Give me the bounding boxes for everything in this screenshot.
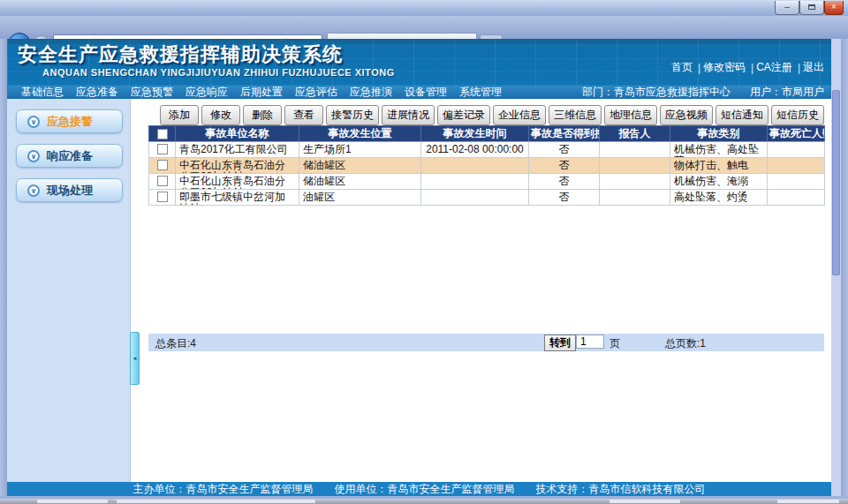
alarm-history-button[interactable]: 接警历史	[326, 105, 379, 125]
page: 安全生产应急救援指挥辅助决策系统 ANQUAN SHENGCHAN YINGJI…	[7, 39, 831, 496]
collapse-left-icon: ◄	[132, 356, 138, 361]
link-change-password[interactable]: 修改密码	[703, 60, 746, 75]
menu-item-emergency-assessment[interactable]: 应急评估	[295, 85, 337, 100]
link-separator: |	[751, 62, 753, 74]
minimize-icon: –	[784, 2, 790, 11]
taskbar-sliver	[0, 499, 848, 504]
user-label: 用户：市局用户	[750, 85, 824, 100]
screen: – × ← → e http://localhost:90/yjzh/frame…	[0, 0, 848, 504]
sidebar-collapse-handle[interactable]: ◄	[130, 332, 140, 385]
chevron-down-icon: ∨	[27, 116, 40, 128]
scrollbar-thumb[interactable]	[832, 90, 840, 275]
col-category: 事故类别	[670, 126, 768, 142]
progress-button[interactable]: 进展情况	[382, 105, 435, 125]
maximize-icon	[808, 4, 815, 10]
sidebar-item-label: 应急接警	[47, 114, 93, 130]
link-ca-register[interactable]: CA注册	[756, 60, 792, 75]
taskbar-segment	[777, 500, 839, 503]
sms-notify-button[interactable]: 短信通知	[716, 105, 768, 125]
link-home[interactable]: 首页	[671, 60, 693, 75]
add-button[interactable]: 添加	[160, 105, 199, 125]
col-location: 事故发生位置	[299, 126, 421, 142]
main-content: 添加 修改 删除 查看 接警历史 进展情况 偏差记录 企业信息 三维信息 地理信…	[141, 99, 831, 482]
col-unit-name: 事故单位名称	[176, 126, 299, 142]
page-unit-label: 页	[610, 336, 620, 351]
total-items-label: 总条目:4	[155, 336, 196, 351]
sidebar-item-response-prep[interactable]: ∨ 响应准备	[16, 144, 123, 168]
menu-item-system-mgmt[interactable]: 系统管理	[459, 85, 502, 100]
page-title: 安全生产应急救援指挥辅助决策系统	[18, 41, 343, 68]
close-window-button[interactable]: ×	[824, 1, 844, 15]
3d-info-button[interactable]: 三维信息	[549, 105, 602, 125]
page-number-input[interactable]	[576, 335, 604, 349]
geo-info-button[interactable]: 地理信息	[604, 105, 657, 125]
row-checkbox[interactable]	[157, 192, 168, 202]
pagination-bar: 总条目:4 转到 页 总页数:1	[148, 334, 824, 351]
taskbar-segment	[610, 500, 680, 503]
page-scrollbar[interactable]	[831, 39, 841, 496]
sidebar: ∨ 应急接警 ∨ 响应准备 ∨ 现场处理	[7, 99, 131, 482]
table-header-row: 事故单位名称 事故发生位置 事故发生时间 事故是否得到控制 报告人 事故类别 事…	[149, 126, 825, 142]
delete-button[interactable]: 删除	[243, 105, 282, 125]
page-subtitle: ANQUAN SHENGCHAN YINGJIJIUYUAN ZHIHUI FU…	[42, 67, 395, 78]
row-checkbox[interactable]	[157, 144, 168, 154]
department-label: 部门：青岛市应急救援指挥中心	[582, 85, 731, 100]
col-deaths: 事故死亡人数	[768, 126, 825, 142]
menu-item-emergency-warning[interactable]: 应急预警	[131, 85, 173, 100]
table-row[interactable]: 中石化山东青岛石油分公司09加油站 储油罐区 否 机械伤害、淹溺	[149, 174, 825, 190]
table-row[interactable]: 青岛2017化工有限公司 生产场所1 2011-02-08 00:00:00 否…	[149, 142, 825, 158]
main-menubar: 基础信息 应急准备 应急预警 应急响应 后期处置 应急评估 应急推演 设备管理 …	[7, 86, 831, 99]
header-banner: 安全生产应急救援指挥辅助决策系统 ANQUAN SHENGCHAN YINGJI…	[7, 39, 831, 86]
table-row[interactable]: 中石化山东青岛石油分公司09加油站 储油罐区 否 物体打击、触电	[149, 158, 825, 174]
col-time: 事故发生时间	[421, 126, 529, 142]
modify-button[interactable]: 修改	[201, 105, 240, 125]
menu-item-basic-info[interactable]: 基础信息	[21, 85, 64, 100]
chevron-down-icon: ∨	[27, 184, 40, 197]
link-separator: |	[698, 62, 700, 74]
footer: 主办单位：青岛市安全生产监督管理局 使用单位：青岛市安全生产监督管理局 技术支持…	[7, 482, 831, 496]
window-titlebar: – ×	[0, 0, 848, 16]
browser-navbar: ← → e http://localhost:90/yjzh/frame/hom…	[0, 16, 848, 39]
view-button[interactable]: 查看	[284, 105, 323, 125]
maximize-button[interactable]	[799, 1, 824, 15]
footer-text: 主办单位：青岛市安全生产监督管理局 使用单位：青岛市安全生产监督管理局 技术支持…	[133, 483, 706, 495]
taskbar-segment	[37, 500, 108, 503]
goto-page-button[interactable]: 转到	[544, 335, 576, 351]
total-pages-label: 总页数:1	[665, 336, 706, 351]
col-controlled: 事故是否得到控制	[529, 126, 600, 142]
sidebar-item-scene-handling[interactable]: ∨ 现场处理	[16, 178, 123, 202]
header-links: 首页 | 修改密码 | CA注册 | 退出	[671, 60, 824, 75]
select-all-checkbox[interactable]	[157, 129, 168, 139]
row-checkbox[interactable]	[157, 176, 168, 186]
minimize-button[interactable]: –	[775, 1, 799, 15]
enterprise-info-button[interactable]: 企业信息	[493, 105, 546, 125]
window-border-left	[0, 39, 7, 499]
sms-history-button[interactable]: 短信历史	[771, 105, 824, 125]
menu-item-emergency-prep[interactable]: 应急准备	[76, 85, 118, 100]
menu-item-emergency-drill[interactable]: 应急推演	[350, 85, 392, 100]
toolbar: 添加 修改 删除 查看 接警历史 进展情况 偏差记录 企业信息 三维信息 地理信…	[160, 105, 824, 125]
close-icon: ×	[831, 2, 837, 11]
table-row[interactable]: 即墨市七级镇中岔河加油站 油罐区 否 高处坠落、灼烫	[149, 190, 825, 206]
sidebar-item-label: 响应准备	[47, 148, 93, 164]
col-reporter: 报告人	[600, 126, 670, 142]
body-area: ∨ 应急接警 ∨ 响应准备 ∨ 现场处理 ◄ 添加 修改	[7, 99, 831, 482]
link-logout[interactable]: 退出	[803, 60, 824, 75]
emergency-video-button[interactable]: 应急视频	[660, 105, 713, 125]
row-checkbox[interactable]	[157, 160, 168, 170]
window-border-right	[841, 39, 848, 499]
chevron-down-icon: ∨	[27, 150, 40, 162]
link-separator: |	[798, 62, 800, 74]
incident-table: 事故单位名称 事故发生位置 事故发生时间 事故是否得到控制 报告人 事故类别 事…	[148, 125, 825, 206]
menu-item-post-disposal[interactable]: 后期处置	[240, 85, 283, 100]
menu-item-emergency-response[interactable]: 应急响应	[186, 85, 228, 100]
deviation-record-button[interactable]: 偏差记录	[437, 105, 490, 125]
menu-item-equipment-mgmt[interactable]: 设备管理	[405, 85, 447, 100]
sidebar-item-emergency-alarm[interactable]: ∨ 应急接警	[16, 109, 123, 133]
taskbar-segment	[117, 500, 315, 503]
sidebar-item-label: 现场处理	[47, 183, 93, 199]
